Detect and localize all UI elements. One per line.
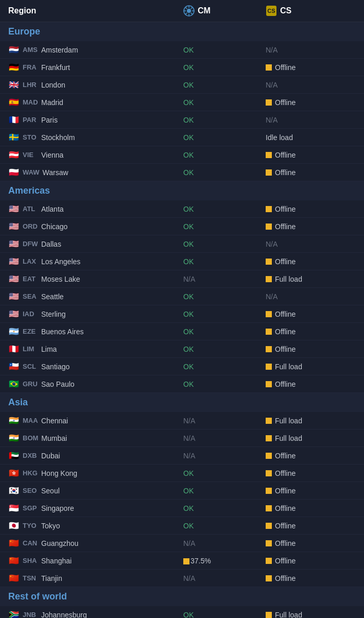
cm-status-text: OK — [183, 328, 194, 336]
city-name: Vienna — [41, 151, 63, 159]
yellow-square-icon — [266, 224, 272, 230]
flag-icon: 🇳🇱 — [8, 45, 20, 55]
airport-code: SCL — [23, 363, 38, 370]
table-row: 🇸🇬SGPSingaporeOKOffline — [0, 500, 364, 517]
airport-code: ATL — [23, 205, 38, 213]
region-cell: 🇿🇦JNBJohannesburg — [8, 610, 183, 618]
region-cell: 🇺🇸ATLAtlanta — [8, 204, 183, 214]
cs-status: Offline — [266, 258, 356, 266]
cm-status: OK — [183, 469, 266, 477]
cm-status: OK — [183, 98, 266, 107]
cs-status-text: Offline — [275, 168, 296, 177]
cm-status-text: N/A — [183, 539, 195, 547]
cm-status: N/A — [183, 574, 266, 582]
cm-status: N/A — [183, 452, 266, 460]
city-name: Mumbai — [41, 434, 67, 442]
airport-code: WAW — [23, 168, 40, 176]
cs-status: Offline — [266, 469, 356, 477]
region-cell: 🇦🇷EZEBuenos Aires — [8, 327, 183, 336]
city-name: Dubai — [41, 452, 60, 460]
cm-status-text: OK — [183, 151, 194, 159]
airport-code: JNB — [23, 611, 38, 618]
cm-status-text: OK — [183, 240, 194, 248]
region-cell: 🇸🇪STOStockholm — [8, 132, 183, 142]
table-row: 🇺🇸SEASeattleOKN/A — [0, 288, 364, 305]
cm-status-text: OK — [183, 63, 194, 72]
airport-code: MAD — [23, 98, 38, 106]
yellow-square-icon — [266, 418, 272, 424]
airport-code: MAA — [23, 417, 38, 424]
table-header: Region CM CS CS — [0, 0, 364, 22]
cs-status: Offline — [266, 222, 356, 231]
cm-status: OK — [183, 504, 266, 512]
region-cell: 🇮🇳MAAChennai — [8, 416, 183, 425]
cs-status-text: N/A — [266, 293, 278, 301]
cs-status-text: Offline — [275, 452, 296, 460]
cs-status: N/A — [266, 46, 356, 54]
cm-status-text: 37.5% — [190, 557, 211, 565]
airport-code: ORD — [23, 222, 38, 230]
cm-status-text: OK — [183, 81, 194, 89]
yellow-square-icon — [266, 435, 272, 441]
airport-code: SEO — [23, 487, 38, 494]
cs-status: Full load — [266, 275, 356, 283]
airport-code: EZE — [23, 328, 38, 335]
region-cell: 🇧🇷GRUSao Paulo — [8, 379, 183, 389]
cm-status-text: N/A — [183, 452, 195, 460]
table-row: 🇵🇱WAWWarsawOKOffline — [0, 164, 364, 181]
yellow-square-icon — [266, 206, 272, 212]
cs-status-text: Full load — [275, 611, 302, 619]
cm-status-text: OK — [183, 293, 194, 301]
cs-status: Offline — [266, 168, 356, 177]
cm-status-text: N/A — [183, 434, 195, 442]
region-cell: 🇺🇸EATMoses Lake — [8, 274, 183, 284]
cs-status-text: Offline — [275, 557, 296, 565]
cs-status: N/A — [266, 293, 356, 301]
region-cell: 🇳🇱AMSAmsterdam — [8, 45, 183, 55]
city-name: Seattle — [41, 293, 64, 301]
table-row: 🇳🇱AMSAmsterdamOKN/A — [0, 41, 364, 59]
cs-status: Offline — [266, 522, 356, 530]
svg-text:CS: CS — [267, 8, 275, 14]
cs-status: Full load — [266, 611, 356, 619]
table-row: 🇫🇷PARParisOKN/A — [0, 111, 364, 129]
region-cell: 🇵🇪LIMLima — [8, 344, 183, 354]
cs-status-text: Offline — [275, 469, 296, 477]
table-row: 🇦🇷EZEBuenos AiresOKOffline — [0, 323, 364, 340]
cm-status: OK — [183, 151, 266, 159]
region-cell: 🇬🇧LHRLondon — [8, 80, 183, 90]
yellow-square-icon — [266, 259, 272, 265]
flag-icon: 🇨🇳 — [8, 556, 20, 565]
region-cell: 🇫🇷PARParis — [8, 115, 183, 125]
flag-icon: 🇺🇸 — [8, 221, 20, 231]
sections-container: Europe🇳🇱AMSAmsterdamOKN/A🇩🇪FRAFrankfurtO… — [0, 22, 364, 618]
cs-status-text: Full load — [275, 434, 302, 442]
city-name: Sao Paulo — [41, 380, 75, 388]
region-cell: 🇦🇪DXBDubai — [8, 451, 183, 460]
city-name: Chicago — [41, 222, 67, 231]
region-cell: 🇯🇵TYOTokyo — [8, 521, 183, 530]
region-cell: 🇰🇷SEOSeoul — [8, 486, 183, 495]
yellow-square-icon — [183, 558, 189, 564]
table-row: 🇨🇳SHAShanghai37.5%Offline — [0, 552, 364, 570]
cm-status-text: OK — [183, 504, 194, 512]
airport-code: GRU — [23, 380, 38, 388]
cs-status-text: Offline — [275, 98, 296, 107]
yellow-square-icon — [266, 99, 272, 106]
flag-icon: 🇵🇪 — [8, 344, 20, 354]
region-cell: 🇺🇸SEASeattle — [8, 291, 183, 301]
table-row: 🇭🇰HKGHong KongOKOffline — [0, 465, 364, 482]
cm-status: OK — [183, 258, 266, 266]
cs-status: N/A — [266, 81, 356, 89]
yellow-square-icon — [266, 523, 272, 529]
flag-icon: 🇬🇧 — [8, 80, 20, 90]
cm-status: OK — [183, 345, 266, 353]
region-cell: 🇺🇸ORDChicago — [8, 221, 183, 231]
city-name: Stockholm — [41, 133, 75, 142]
cm-status-text: N/A — [183, 275, 195, 283]
cm-status-text: OK — [183, 168, 194, 177]
table-row: 🇨🇳CANGuangzhouN/AOffline — [0, 535, 364, 552]
cm-status: N/A — [183, 434, 266, 442]
flag-icon: 🇪🇸 — [8, 97, 20, 107]
cs-status-text: Offline — [275, 205, 296, 213]
